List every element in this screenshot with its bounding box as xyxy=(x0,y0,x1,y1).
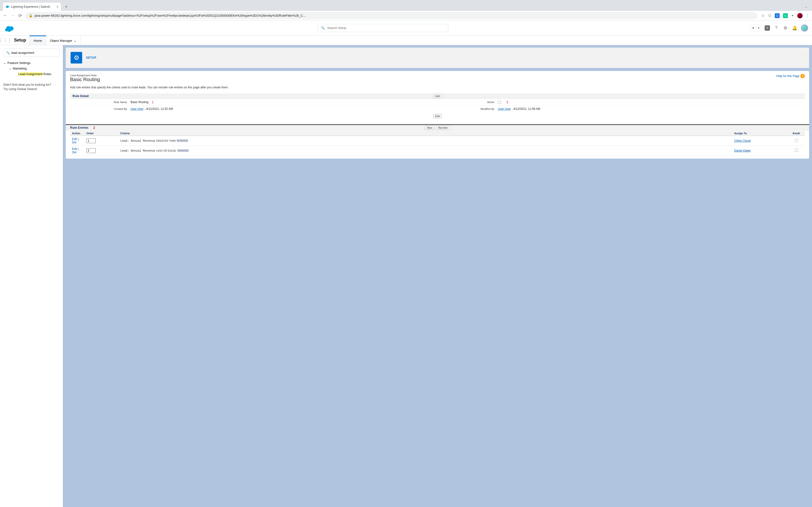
main-content-area: ⚙ SETUP Lead Assignment Rule Basic Routi… xyxy=(63,45,812,507)
global-actions-plus-icon[interactable]: ＋ xyxy=(765,25,770,31)
extension-icons: ⓘ Q G ✦ ⋮ xyxy=(768,13,809,18)
page-header: ⚙ SETUP xyxy=(66,48,809,68)
forward-button: → xyxy=(11,13,15,18)
tree-node-marketing[interactable]: ⌄ Marketing xyxy=(9,66,59,71)
rule-title: Basic Routing xyxy=(70,77,100,82)
reload-button[interactable]: ⟳ xyxy=(18,13,22,18)
salesforce-favicon xyxy=(5,5,9,9)
chevron-down-icon: ⌄ xyxy=(9,67,11,70)
row-edit-link[interactable]: Edit xyxy=(72,147,77,151)
field-label-modified-by: Modified By xyxy=(438,107,498,111)
browser-address-bar: ← → ⟳ 🔒 java-power-66192.lightning.force… xyxy=(0,11,812,20)
back-button[interactable]: ← xyxy=(3,13,7,18)
field-label-created-by: Created By xyxy=(70,107,131,111)
search-icon: 🔍 xyxy=(321,26,325,30)
table-row: Edit | Del Lead: Annual RevenueLESS OR E… xyxy=(70,146,805,156)
section-rule-detail: Rule Detail Edit xyxy=(70,94,805,99)
reorder-button[interactable]: Reorder xyxy=(436,125,450,130)
app-nav-bar: ⋮⋮⋮ Setup Home Object Manager ⌄ xyxy=(0,36,812,45)
extension-icon-green[interactable]: G xyxy=(783,13,788,18)
search-icon: 🔍 xyxy=(6,51,10,55)
star-bookmark-icon[interactable]: ☆ xyxy=(761,13,765,18)
help-link[interactable]: Help for this Page ? xyxy=(776,74,805,78)
setup-breadcrumb: SETUP xyxy=(86,56,96,59)
nav-tab-object-manager[interactable]: Object Manager ⌄ xyxy=(46,36,81,45)
row-del-link[interactable]: Del xyxy=(72,151,77,154)
email-checkbox xyxy=(795,149,798,152)
extensions-puzzle-icon[interactable]: ✦ xyxy=(791,14,794,17)
user-avatar[interactable] xyxy=(801,24,808,32)
col-assign-to: Assign To xyxy=(732,131,788,136)
nav-tab-home[interactable]: Home xyxy=(30,36,46,45)
help-icon[interactable]: ? xyxy=(773,25,779,31)
address-input[interactable]: 🔒 java-power-66192.lightning.force.com/l… xyxy=(26,12,758,19)
browser-tab-strip: Lightning Experience | Salesfo × + ⌄ xyxy=(0,0,812,11)
col-order: Order xyxy=(85,131,118,136)
created-by-time: , 4/12/2021, 11:52 AM xyxy=(145,107,173,111)
section-rule-entries: Rule Entries 2 New Reorder xyxy=(66,125,809,130)
row-edit-link[interactable]: Edit xyxy=(72,137,77,141)
chrome-menu-icon[interactable]: ⋮ xyxy=(806,14,809,17)
quick-find-value: lead assignment xyxy=(11,51,34,55)
col-action: Action xyxy=(70,131,85,136)
not-found-hint: Didn't find what you're looking for? Try… xyxy=(3,82,59,91)
tree-node-feature-settings[interactable]: ⌄ Feature Settings xyxy=(3,60,59,66)
new-tab-button[interactable]: + xyxy=(63,3,69,10)
field-label-active: Active xyxy=(438,100,498,104)
setup-gear-icon[interactable]: ⚙ xyxy=(782,25,788,31)
field-label-rule-name: Rule Name xyxy=(70,100,131,104)
app-name: Setup xyxy=(11,36,30,45)
search-placeholder: Search Setup xyxy=(327,26,346,30)
chevron-down-icon: ⌄ xyxy=(74,39,77,43)
created-by-user-link[interactable]: User User xyxy=(131,107,144,111)
setup-tree-sidebar: 🔍 lead assignment ⌄ Feature Settings ⌄ M… xyxy=(0,45,63,507)
chrome-minimize-icon[interactable]: ⌄ xyxy=(805,5,808,8)
tab-title: Lightning Experience | Salesfo xyxy=(11,5,50,8)
modified-by-time: , 4/12/2021, 11:56 AM xyxy=(512,107,540,111)
header-actions: ★▾ ＋ ? ⚙ 🔔 xyxy=(750,24,808,32)
annotation-2: 2 xyxy=(93,126,95,130)
close-tab-icon[interactable]: × xyxy=(57,5,58,9)
order-input[interactable] xyxy=(87,138,96,143)
rule-type-label: Lead Assignment Rule xyxy=(70,74,100,77)
col-email: Email xyxy=(788,131,805,136)
chrome-profile-avatar[interactable] xyxy=(797,13,803,18)
tree-link-lead-assignment-rules[interactable]: Lead Assignment Rules xyxy=(14,71,59,77)
lock-icon: 🔒 xyxy=(29,14,33,17)
row-del-link[interactable]: Del xyxy=(72,141,77,144)
assign-to-link[interactable]: Daniel Dialer xyxy=(734,149,751,152)
quick-find-input[interactable]: 🔍 lead assignment xyxy=(3,49,59,57)
setup-gear-tile-icon: ⚙ xyxy=(70,52,82,63)
modified-by-user-link[interactable]: User User xyxy=(498,107,511,111)
email-checkbox xyxy=(795,139,798,142)
salesforce-header: 🔍 Search Setup ★▾ ＋ ? ⚙ 🔔 xyxy=(0,20,812,36)
extension-icon-blue[interactable]: Q xyxy=(775,13,779,18)
active-checkbox xyxy=(498,101,501,104)
favorites-button[interactable]: ★▾ xyxy=(750,25,761,31)
url-text: java-power-66192.lightning.force.com/lig… xyxy=(35,14,305,17)
chevron-down-icon: ⌄ xyxy=(3,61,6,65)
salesforce-logo[interactable] xyxy=(4,24,16,32)
notifications-bell-icon[interactable]: 🔔 xyxy=(792,25,798,31)
assign-to-link[interactable]: Chloe Closer xyxy=(734,139,751,143)
annotation-1: 1 xyxy=(152,100,154,104)
browser-tab[interactable]: Lightning Experience | Salesfo × xyxy=(3,3,61,11)
new-button[interactable]: New xyxy=(425,125,435,130)
annotation-3: 3 xyxy=(506,100,508,104)
edit-button[interactable]: Edit xyxy=(433,94,442,98)
info-icon[interactable]: ⓘ xyxy=(768,13,771,18)
order-input[interactable] xyxy=(87,148,96,153)
edit-button-bottom[interactable]: Edit xyxy=(433,114,442,118)
col-criteria: Criteria xyxy=(118,131,732,136)
help-icon: ? xyxy=(800,74,805,78)
table-row: Edit | Del Lead: Annual RevenueGREATER T… xyxy=(70,136,805,146)
page-description: Add rule entries that specify the criter… xyxy=(70,86,805,89)
field-value-rule-name: Basic Routing xyxy=(131,101,148,104)
setup-search-input[interactable]: 🔍 Search Setup xyxy=(318,24,448,32)
rule-detail-panel: Lead Assignment Rule Basic Routing Help … xyxy=(66,71,809,159)
rule-entries-table: Action Order Criteria Assign To Email Ed… xyxy=(70,131,805,156)
app-launcher-waffle-icon[interactable]: ⋮⋮⋮ xyxy=(0,36,11,45)
